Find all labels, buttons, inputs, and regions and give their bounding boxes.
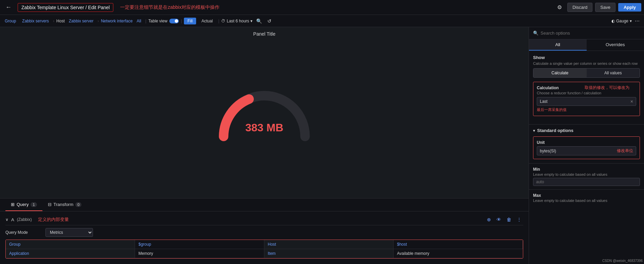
query-letter: A <box>11 217 14 222</box>
table-view-label: Table view <box>148 19 167 23</box>
query-row-a: ∨ A (Zabbix) 定义的内部变量 ⊕ 👁 🗑 ⋮ <box>5 214 523 225</box>
query-collapse-button[interactable]: ∨ <box>5 217 8 222</box>
query-mode-label: Query Mode <box>5 230 43 235</box>
back-button[interactable]: ← <box>3 2 14 12</box>
calculation-section: Calculation Choose a reducer function / … <box>533 82 640 116</box>
transform-tab-badge: 0 <box>75 202 81 207</box>
gauge-icon: ◐ <box>611 19 615 23</box>
transform-tab-label: Transform <box>54 202 74 207</box>
toolbar-network-interface[interactable]: Network interface <box>101 19 132 23</box>
toolbar-host-label: Host <box>56 19 65 23</box>
min-title: Min <box>533 167 640 172</box>
tab-all[interactable]: All <box>529 39 587 51</box>
calc-subtitle: Choose a reducer function / calculation <box>537 91 636 95</box>
qf-group-value[interactable]: $group <box>135 240 264 249</box>
query-body: ∨ A (Zabbix) 定义的内部变量 ⊕ 👁 🗑 ⋮ Query Mode <box>0 211 529 264</box>
qf-item-value[interactable]: Available memory <box>394 249 523 258</box>
time-range[interactable]: ⏱ Last 6 hours ▾ <box>221 19 252 23</box>
zoom-button[interactable]: 🔍 <box>254 17 264 25</box>
gauge-svg-wrapper: 383 MB <box>210 79 319 147</box>
tab-overrides[interactable]: Overrides <box>587 39 644 51</box>
toolbar-sep1: › <box>53 19 54 23</box>
discard-button[interactable]: Discard <box>567 3 592 12</box>
right-panel: 🔍 All Overrides Show Calculate a single … <box>529 27 644 264</box>
show-section: Show Calculate a single value per column… <box>529 51 644 124</box>
qf-group-label: Group <box>6 240 135 249</box>
gauge-chevron-icon: ▾ <box>630 19 632 23</box>
calc-annotation2: 最后一席采集的值 <box>537 107 636 112</box>
toolbar-group[interactable]: Group <box>3 18 18 24</box>
top-bar-right: ⚙ Discard Save Apply <box>554 3 641 12</box>
fill-button[interactable]: Fill <box>184 18 196 24</box>
query-tab-icon: ⊞ <box>11 202 15 207</box>
annotation-topbar: 一定要注意细节就是在zabbix对应的模板中操作 <box>120 4 219 11</box>
calc-clear-button[interactable]: × <box>630 99 633 104</box>
show-title: Show <box>533 55 640 60</box>
top-bar: ← Zabbix Template Linux Server / Edit Pa… <box>0 0 644 15</box>
show-tab-calculate[interactable]: Calculate <box>533 69 587 77</box>
save-button[interactable]: Save <box>595 3 615 12</box>
query-mode-select[interactable]: Metrics Text <box>45 228 93 237</box>
min-input[interactable] <box>533 178 640 186</box>
query-delete-button[interactable]: 🗑 <box>505 216 513 223</box>
actual-button[interactable]: Actual <box>198 18 216 24</box>
toolbar-sep2: › <box>97 19 99 23</box>
toolbar-zabbix-servers[interactable]: Zabbix servers <box>20 18 51 24</box>
apply-button[interactable]: Apply <box>618 3 641 12</box>
left-panel: Panel Title 383 MB ⊞ Query 1 <box>0 27 529 264</box>
unit-value: bytes(SI) <box>540 149 613 153</box>
query-visibility-button[interactable]: 👁 <box>495 216 503 223</box>
qf-host-label: Host <box>264 240 394 249</box>
gauge-panel-title: Panel Title <box>253 31 275 37</box>
query-tab-badge: 1 <box>31 202 37 207</box>
panel-settings-button[interactable]: ⋯ <box>633 17 641 25</box>
min-subtitle: Leave empty to calculate based on all va… <box>533 172 640 176</box>
tab-query[interactable]: ⊞ Query 1 <box>5 199 42 211</box>
toolbar-sep4: | <box>181 19 182 23</box>
toolbar: Group Zabbix servers › Host Zabbix serve… <box>0 15 644 27</box>
table-view-toggle[interactable] <box>169 19 179 23</box>
standard-options-header[interactable]: ▾ Standard options <box>529 124 644 136</box>
unit-section: Unit bytes(SI) 修改单位 <box>533 136 640 159</box>
unit-title: Unit <box>537 140 636 145</box>
tab-transform[interactable]: ⊟ Transform 0 <box>42 199 87 211</box>
max-subtitle: Leave empty to calculate based on all va… <box>533 199 640 203</box>
max-section: Max Leave empty to calculate based on al… <box>529 189 644 207</box>
qf-application-label: Application <box>6 249 135 258</box>
options-tabs: All Overrides <box>529 39 644 51</box>
toolbar-all[interactable]: All <box>135 18 143 24</box>
gear-button[interactable]: ⚙ <box>554 3 565 12</box>
qf-host-value[interactable]: $host <box>394 240 523 249</box>
query-mode-row: Query Mode Metrics Text <box>5 225 523 240</box>
query-row-actions: ⊕ 👁 🗑 ⋮ <box>485 216 523 223</box>
gauge-select[interactable]: ◐ Gauge ▾ <box>611 19 632 23</box>
gauge-area: Panel Title 383 MB <box>0 27 529 198</box>
query-source: (Zabbix) <box>17 217 32 222</box>
show-subtitle: Calculate a single value per column or s… <box>533 61 640 65</box>
toolbar-table-view: Table view <box>148 19 179 23</box>
calc-input-row: Last × <box>537 97 636 106</box>
show-tab-all-values[interactable]: All values <box>587 69 640 77</box>
search-options-input[interactable] <box>541 31 640 36</box>
unit-annotation: 修改单位 <box>617 148 633 154</box>
chevron-down-icon: ▾ <box>250 19 252 23</box>
query-more-button[interactable]: ⋮ <box>515 216 523 223</box>
time-range-label: Last 6 hours <box>227 19 249 23</box>
svg-text:383 MB: 383 MB <box>245 121 283 134</box>
query-tabs: ⊞ Query 1 ⊟ Transform 0 <box>0 199 529 211</box>
min-section: Min Leave empty to calculate based on al… <box>529 163 644 189</box>
qf-application-value[interactable]: Memory <box>135 249 264 258</box>
search-icon: 🔍 <box>533 31 538 36</box>
watermark: CSDN @weixin_46837396 <box>602 259 643 263</box>
search-options-row: 🔍 <box>529 27 644 39</box>
refresh-button[interactable]: ↺ <box>266 17 273 25</box>
toolbar-sep5: | <box>218 19 219 23</box>
toolbar-zabbix-server[interactable]: Zabbix server <box>67 18 96 24</box>
show-tabs: Calculate All values <box>533 68 640 78</box>
gauge-svg: 383 MB <box>210 79 319 147</box>
toolbar-sep3: | <box>145 19 146 23</box>
query-copy-button[interactable]: ⊕ <box>485 216 493 223</box>
calc-value: Last <box>540 99 630 104</box>
panel-title-edit: Zabbix Template Linux Server / Edit Pane… <box>18 3 113 12</box>
time-icon: ⏱ <box>221 19 225 23</box>
